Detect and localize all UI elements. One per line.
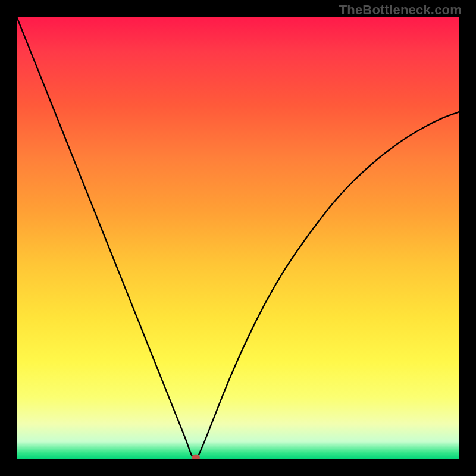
plot-area <box>17 17 459 459</box>
curve-line <box>17 17 459 459</box>
chart-frame: TheBottleneck.com <box>0 0 476 476</box>
minimum-marker <box>192 455 200 460</box>
curve-svg <box>17 17 459 459</box>
watermark-text: TheBottleneck.com <box>339 2 462 18</box>
